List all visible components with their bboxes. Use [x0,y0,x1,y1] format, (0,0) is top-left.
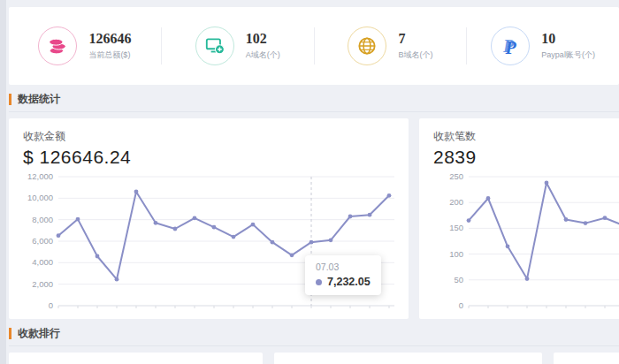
sidebar-edge [0,0,6,364]
section-accent-bar [9,94,11,105]
svg-text:12,000: 12,000 [27,171,53,181]
svg-text:0: 0 [459,300,463,310]
chart-tooltip: 07.03 7,232.05 [305,255,381,295]
stat-value: 10 [541,31,595,47]
payment-amount-chart-wrap: 02,0004,0006,0008,00010,00012,000 07.03 … [23,171,394,318]
section-title: 数据统计 [18,92,60,107]
stat-a-domains: 102 A域名(个) [162,27,314,65]
chart-title: 收款金额 [23,129,394,144]
stat-paypal-accounts: P P 10 Paypal账号(个) [467,27,619,65]
ranking-card-site-a: A站 [9,353,263,364]
chart-title: 收款笔数 [433,129,619,144]
paypal-icon: P P [491,27,530,65]
payment-amount-card: 收款金额 $ 126646.24 02,0004,0006,0008,00010… [9,118,409,319]
stat-value: 7 [398,31,432,47]
charts-row: 收款金额 $ 126646.24 02,0004,0006,0008,00010… [9,118,619,319]
section-header-data-stats: 数据统计 [9,92,619,112]
stat-total-amount-text: 126646 当前总额($) [88,31,131,61]
svg-text:2,000: 2,000 [32,279,53,289]
dashboard-content: 126646 当前总额($) 102 A域名(个) [9,0,619,364]
section-header-ranking: 收款排行 [9,326,619,346]
globe-icon [348,27,386,65]
section-title: 收款排行 [18,326,60,341]
section-accent-bar [9,328,11,339]
stat-label: Paypal账号(个) [541,49,595,61]
svg-text:4,000: 4,000 [32,257,53,267]
svg-text:150: 150 [449,223,463,232]
svg-text:50: 50 [454,275,463,284]
stat-value: 102 [246,31,280,47]
tooltip-date: 07.03 [316,262,371,272]
monitor-plus-icon [195,27,234,65]
payment-amount-chart[interactable]: 02,0004,0006,0008,00010,00012,000 [23,171,394,318]
stat-label: B域名(个) [398,49,432,61]
payment-count-chart-wrap: 050100150200250 [433,171,619,318]
stat-label: A域名(个) [246,49,280,61]
stats-summary-card: 126646 当前总额($) 102 A域名(个) [9,7,619,85]
ranking-card-paypal: Paypal [554,353,619,364]
stat-b-domains-text: 7 B域名(个) [398,31,432,61]
payment-count-total: 2839 [433,147,619,168]
svg-text:250: 250 [449,171,463,181]
svg-text:6,000: 6,000 [32,236,53,246]
tooltip-value: 7,232.05 [327,276,371,288]
stat-value: 126646 [88,31,131,47]
svg-text:8,000: 8,000 [32,215,53,224]
series-dot-icon [316,279,322,285]
svg-text:100: 100 [449,249,463,259]
stat-total-amount: 126646 当前总额($) [9,27,161,65]
coins-icon [38,27,77,65]
ranking-row: A站 B站 Paypal [9,353,619,364]
stat-paypal-accounts-text: 10 Paypal账号(个) [541,31,595,61]
svg-text:200: 200 [449,197,463,207]
svg-text:P: P [505,38,517,57]
stat-a-domains-text: 102 A域名(个) [246,31,280,61]
stat-label: 当前总额($) [88,49,131,61]
ranking-card-site-b: B站 [274,353,542,364]
stat-b-domains: 7 B域名(个) [315,27,467,65]
svg-text:10,000: 10,000 [27,193,53,202]
payment-count-chart[interactable]: 050100150200250 [433,171,619,318]
payment-count-card: 收款笔数 2839 050100150200250 [419,118,619,319]
payment-amount-total: $ 126646.24 [23,147,394,168]
svg-text:0: 0 [49,300,53,310]
